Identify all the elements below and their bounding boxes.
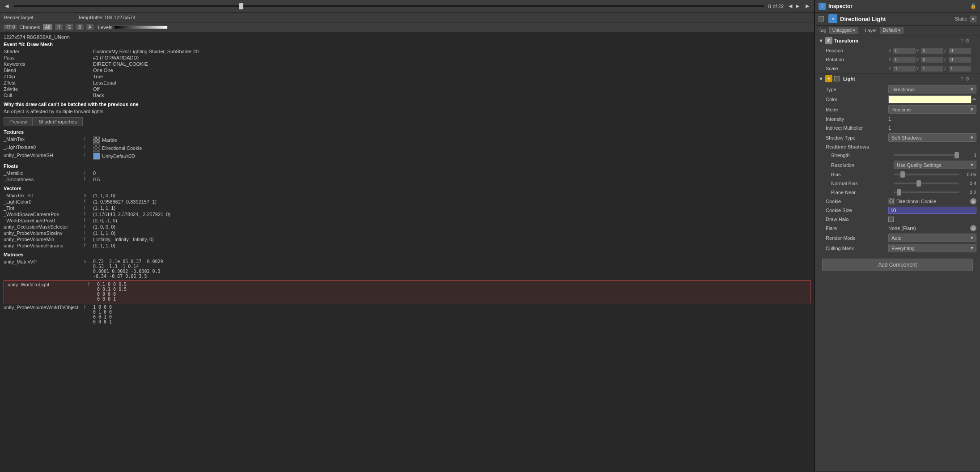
light-tex-type: f: [84, 145, 91, 149]
next-frame-button[interactable]: ▶: [804, 3, 810, 9]
bias-thumb[interactable]: [900, 171, 905, 178]
scale-y-input[interactable]: [921, 66, 943, 72]
pos-z-input[interactable]: [949, 48, 971, 54]
color-edit-icon[interactable]: ✏: [972, 97, 976, 102]
smoothness-type: f: [84, 177, 91, 182]
transform-help-icon[interactable]: ?: [961, 38, 963, 44]
strength-slider-container: 1: [894, 153, 976, 158]
layer-dropdown[interactable]: Default ▾: [880, 27, 904, 34]
tab-bar: Preview ShaderProperties: [0, 115, 814, 126]
levels-track[interactable]: [114, 26, 168, 29]
inspector-icon: i: [819, 3, 826, 10]
rot-y-input[interactable]: [921, 57, 943, 63]
mode-dropdown[interactable]: Realtime ▾: [888, 105, 976, 114]
slider-thumb[interactable]: [239, 3, 243, 9]
channel-options-bar: RT 0 Channels All R G B A Levels: [0, 22, 814, 32]
shadow-type-dropdown[interactable]: Soft Shadows ▾: [888, 133, 976, 142]
position-fields: X Y Z: [888, 48, 976, 54]
cookie-row: Cookie Directional Cookie ⊙: [815, 197, 980, 206]
channel-a-button[interactable]: A: [86, 24, 94, 30]
prev-frame-button[interactable]: ◀: [4, 3, 10, 9]
intensity-row: Intensity 1: [815, 115, 980, 123]
render-mode-chevron-icon: ▾: [971, 235, 973, 241]
probe-world-row1: 1 0 0 0: [93, 305, 810, 310]
frame-slider[interactable]: [13, 5, 764, 7]
why-text2: An object is affected by multiple forwar…: [4, 109, 105, 114]
transform-more-icon[interactable]: ⋮: [972, 38, 976, 44]
probe-world-type: f: [84, 305, 91, 310]
rot-z-input[interactable]: [949, 57, 971, 63]
strength-thumb[interactable]: [955, 152, 959, 158]
tag-dropdown[interactable]: Untagged ▾: [829, 27, 858, 34]
rot-x-input[interactable]: [893, 57, 916, 63]
type-label: Type: [826, 87, 888, 92]
light-tex-icon: [93, 145, 100, 152]
light-tex-item: Directional Cookie: [93, 145, 810, 152]
channel-all-button[interactable]: All: [43, 24, 52, 30]
static-dropdown[interactable]: ▾: [970, 16, 976, 22]
color-picker[interactable]: [888, 95, 972, 103]
render-mode-dropdown[interactable]: Auto ▾: [888, 234, 976, 242]
channels-label: Channels: [19, 25, 40, 30]
scale-x-input[interactable]: [893, 66, 916, 72]
pos-x-input[interactable]: [893, 48, 916, 54]
resolution-value: Use Quality Settings: [897, 162, 942, 168]
light-tex-row: _LightTexture0 f Directional Cookie: [0, 144, 814, 152]
tab-preview[interactable]: Preview: [4, 117, 33, 126]
tint-row: _Tint f (1, 1, 1, 1): [0, 205, 814, 211]
culling-mask-dropdown[interactable]: Everything ▾: [888, 244, 976, 252]
tab-shader-properties[interactable]: ShaderProperties: [33, 117, 83, 126]
channel-r-button[interactable]: R: [55, 24, 63, 30]
flare-row: Flare None (Flare) ⊙: [815, 224, 980, 233]
nav-next-button[interactable]: ▶: [794, 3, 801, 9]
light-more-icon[interactable]: ⋮: [972, 76, 976, 82]
draw-halo-checkbox[interactable]: [888, 217, 894, 222]
culling-mask-row: Culling Mask Everything ▾: [815, 243, 980, 253]
light-icon: ☀: [825, 75, 832, 82]
light-header[interactable]: ▼ ☀ Light ? ⚙ ⋮: [815, 73, 980, 84]
levels-label: Levels: [98, 25, 112, 30]
flare-circle-button[interactable]: ⊙: [970, 225, 976, 231]
transform-header[interactable]: ▼ ⊞ Transform ? ⚙ ⋮: [815, 35, 980, 46]
near-plane-thumb[interactable]: [897, 189, 901, 196]
probe-min-type: f: [84, 237, 91, 242]
shader-value: Custom/My First Lighting Shader, SubShad…: [93, 49, 810, 54]
main-tex-value: Marble: [102, 137, 117, 143]
near-plane-slider[interactable]: [894, 191, 959, 193]
lock-icon[interactable]: 🔒: [970, 3, 976, 9]
cookie-size-input[interactable]: [888, 207, 976, 214]
cookie-field: Directional Cookie ⊙: [888, 198, 976, 204]
scale-z-input[interactable]: [949, 66, 971, 72]
matrix-vp-row: unity_MatrixVP v 0.72 -2.1e-05 0.37 -0.0…: [0, 259, 814, 279]
light-help-icon[interactable]: ?: [961, 76, 963, 82]
type-dropdown[interactable]: Directional ▾: [888, 85, 976, 94]
light-active-checkbox[interactable]: [834, 76, 840, 81]
transform-gear-icon[interactable]: ⚙: [965, 38, 970, 44]
indirect-row: Indirect Multiplier 1: [815, 123, 980, 132]
pos-y-input[interactable]: [921, 48, 943, 54]
cull-value: Back: [93, 93, 810, 98]
probe-size-row: unity_ProbeVolumeSizeInv f (1, 1, 1, 0): [0, 230, 814, 236]
normal-bias-thumb[interactable]: [916, 180, 921, 187]
strength-slider[interactable]: [894, 154, 959, 156]
rotation-fields: X Y Z: [888, 57, 976, 63]
scale-fields: X Y Z: [888, 66, 976, 72]
metallic-row: _Metallic f 0: [0, 170, 814, 176]
resolution-line: 1227x574 R8G8B8A8_UNorm: [0, 34, 814, 41]
light-gear-icon[interactable]: ⚙: [965, 76, 970, 82]
why-line1: Why this draw call can't be batched with…: [0, 101, 814, 108]
active-checkbox[interactable]: [819, 16, 824, 21]
cookie-circle-button[interactable]: ⊙: [970, 198, 976, 204]
event-header: Event #8: Draw Mesh: [4, 42, 53, 47]
cookie-size-label: Cookie Size: [826, 208, 888, 213]
normal-bias-slider[interactable]: [894, 183, 959, 184]
color-label: Color: [826, 97, 888, 102]
pos-z-label: Z: [944, 48, 948, 53]
channel-b-button[interactable]: B: [76, 24, 84, 30]
channel-g-button[interactable]: G: [65, 24, 73, 30]
probe-sh-item: UnityDefault3D: [93, 153, 810, 160]
resolution-dropdown[interactable]: Use Quality Settings ▾: [894, 161, 976, 169]
add-component-button[interactable]: Add Component: [822, 259, 973, 271]
bias-slider[interactable]: [894, 174, 959, 175]
nav-prev-button[interactable]: ◀: [787, 3, 793, 9]
